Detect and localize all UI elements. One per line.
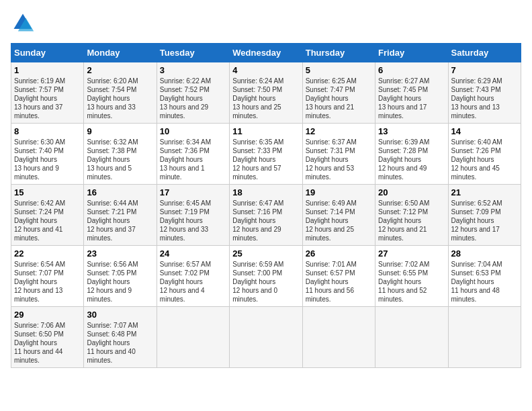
day-number: 7 <box>451 65 518 75</box>
calendar-day-cell <box>157 307 229 368</box>
calendar-week-row: 29Sunrise: 7:06 AMSunset: 6:50 PMDayligh… <box>11 307 521 368</box>
day-number: 12 <box>306 126 372 136</box>
weekday-header: Wednesday <box>230 44 302 62</box>
calendar-day-cell: 30Sunrise: 7:07 AMSunset: 6:48 PMDayligh… <box>84 307 157 368</box>
day-number: 16 <box>87 187 153 197</box>
calendar-day-cell <box>375 307 448 368</box>
day-content: Sunrise: 6:52 AMSunset: 7:09 PMDaylight … <box>451 199 518 242</box>
day-number: 10 <box>160 126 226 136</box>
calendar-day-cell: 11Sunrise: 6:35 AMSunset: 7:33 PMDayligh… <box>230 124 302 185</box>
calendar-day-cell: 22Sunrise: 6:54 AMSunset: 7:07 PMDayligh… <box>11 246 84 307</box>
day-number: 15 <box>14 187 81 197</box>
day-content: Sunrise: 6:24 AMSunset: 7:50 PMDaylight … <box>232 77 299 120</box>
day-content: Sunrise: 6:56 AMSunset: 7:05 PMDaylight … <box>87 260 153 304</box>
day-content: Sunrise: 6:37 AMSunset: 7:31 PMDaylight … <box>306 138 372 181</box>
header-row: SundayMondayTuesdayWednesdayThursdayFrid… <box>11 44 521 62</box>
calendar-header: SundayMondayTuesdayWednesdayThursdayFrid… <box>11 44 521 62</box>
day-content: Sunrise: 6:47 AMSunset: 7:16 PMDaylight … <box>232 199 299 242</box>
day-content: Sunrise: 6:49 AMSunset: 7:14 PMDaylight … <box>306 199 372 242</box>
day-number: 3 <box>160 65 226 75</box>
day-content: Sunrise: 6:42 AMSunset: 7:24 PMDaylight … <box>14 199 81 242</box>
calendar-day-cell: 21Sunrise: 6:52 AMSunset: 7:09 PMDayligh… <box>448 185 521 246</box>
calendar-day-cell: 2Sunrise: 6:20 AMSunset: 7:54 PMDaylight… <box>84 62 157 124</box>
calendar-table: SundayMondayTuesdayWednesdayThursdayFrid… <box>11 43 521 368</box>
calendar-day-cell: 8Sunrise: 6:30 AMSunset: 7:40 PMDaylight… <box>11 124 84 185</box>
logo <box>11 11 39 35</box>
day-number: 27 <box>378 248 445 259</box>
day-content: Sunrise: 6:19 AMSunset: 7:57 PMDaylight … <box>14 77 81 120</box>
day-number: 29 <box>14 310 81 320</box>
day-number: 26 <box>306 248 372 259</box>
day-number: 20 <box>378 187 445 197</box>
day-content: Sunrise: 6:35 AMSunset: 7:33 PMDaylight … <box>232 138 299 181</box>
day-number: 30 <box>87 310 153 320</box>
calendar-day-cell <box>230 307 302 368</box>
calendar-day-cell: 10Sunrise: 6:34 AMSunset: 7:36 PMDayligh… <box>157 124 229 185</box>
day-content: Sunrise: 6:22 AMSunset: 7:52 PMDaylight … <box>160 77 226 120</box>
calendar-week-row: 15Sunrise: 6:42 AMSunset: 7:24 PMDayligh… <box>11 185 521 246</box>
calendar-day-cell: 24Sunrise: 6:57 AMSunset: 7:02 PMDayligh… <box>157 246 229 307</box>
calendar-day-cell: 7Sunrise: 6:29 AMSunset: 7:43 PMDaylight… <box>448 62 521 124</box>
page-header <box>11 11 521 35</box>
calendar-day-cell: 29Sunrise: 7:06 AMSunset: 6:50 PMDayligh… <box>11 307 84 368</box>
day-content: Sunrise: 6:54 AMSunset: 7:07 PMDaylight … <box>14 260 81 304</box>
day-number: 13 <box>378 126 445 136</box>
calendar-day-cell: 1Sunrise: 6:19 AMSunset: 7:57 PMDaylight… <box>11 62 84 124</box>
calendar-day-cell: 17Sunrise: 6:45 AMSunset: 7:19 PMDayligh… <box>157 185 229 246</box>
day-content: Sunrise: 6:44 AMSunset: 7:21 PMDaylight … <box>87 199 153 242</box>
calendar-day-cell: 16Sunrise: 6:44 AMSunset: 7:21 PMDayligh… <box>84 185 157 246</box>
calendar-day-cell: 4Sunrise: 6:24 AMSunset: 7:50 PMDaylight… <box>230 62 302 124</box>
calendar-day-cell: 15Sunrise: 6:42 AMSunset: 7:24 PMDayligh… <box>11 185 84 246</box>
day-number: 2 <box>87 65 153 75</box>
weekday-header: Thursday <box>302 44 375 62</box>
weekday-header: Tuesday <box>157 44 229 62</box>
day-number: 14 <box>451 126 518 136</box>
day-content: Sunrise: 7:01 AMSunset: 6:57 PMDaylight … <box>306 260 372 304</box>
calendar-day-cell <box>448 307 521 368</box>
day-content: Sunrise: 6:25 AMSunset: 7:47 PMDaylight … <box>306 77 372 120</box>
day-number: 24 <box>160 248 226 259</box>
day-content: Sunrise: 7:07 AMSunset: 6:48 PMDaylight … <box>87 321 153 365</box>
day-number: 8 <box>14 126 81 136</box>
calendar-day-cell: 28Sunrise: 7:04 AMSunset: 6:53 PMDayligh… <box>448 246 521 307</box>
calendar-day-cell: 9Sunrise: 6:32 AMSunset: 7:38 PMDaylight… <box>84 124 157 185</box>
calendar-week-row: 22Sunrise: 6:54 AMSunset: 7:07 PMDayligh… <box>11 246 521 307</box>
calendar-day-cell: 3Sunrise: 6:22 AMSunset: 7:52 PMDaylight… <box>157 62 229 124</box>
day-content: Sunrise: 6:50 AMSunset: 7:12 PMDaylight … <box>378 199 445 242</box>
day-number: 5 <box>306 65 372 75</box>
weekday-header: Sunday <box>11 44 84 62</box>
day-number: 17 <box>160 187 226 197</box>
calendar-week-row: 1Sunrise: 6:19 AMSunset: 7:57 PMDaylight… <box>11 62 521 124</box>
weekday-header: Friday <box>375 44 448 62</box>
day-content: Sunrise: 6:40 AMSunset: 7:26 PMDaylight … <box>451 138 518 181</box>
day-number: 21 <box>451 187 518 197</box>
day-number: 22 <box>14 248 81 259</box>
calendar-day-cell: 26Sunrise: 7:01 AMSunset: 6:57 PMDayligh… <box>302 246 375 307</box>
day-content: Sunrise: 7:06 AMSunset: 6:50 PMDaylight … <box>14 321 81 365</box>
day-content: Sunrise: 6:59 AMSunset: 7:00 PMDaylight … <box>232 260 299 304</box>
day-number: 28 <box>451 248 518 259</box>
day-content: Sunrise: 6:32 AMSunset: 7:38 PMDaylight … <box>87 138 153 181</box>
calendar-body: 1Sunrise: 6:19 AMSunset: 7:57 PMDaylight… <box>11 62 521 368</box>
calendar-day-cell <box>302 307 375 368</box>
calendar-day-cell: 6Sunrise: 6:27 AMSunset: 7:45 PMDaylight… <box>375 62 448 124</box>
weekday-header: Saturday <box>448 44 521 62</box>
day-content: Sunrise: 6:20 AMSunset: 7:54 PMDaylight … <box>87 77 153 120</box>
day-number: 6 <box>378 65 445 75</box>
calendar-day-cell: 27Sunrise: 7:02 AMSunset: 6:55 PMDayligh… <box>375 246 448 307</box>
logo-icon <box>11 11 35 35</box>
day-content: Sunrise: 6:45 AMSunset: 7:19 PMDaylight … <box>160 199 226 242</box>
day-number: 4 <box>232 65 299 75</box>
calendar-day-cell: 19Sunrise: 6:49 AMSunset: 7:14 PMDayligh… <box>302 185 375 246</box>
day-number: 11 <box>232 126 299 136</box>
day-number: 18 <box>232 187 299 197</box>
calendar-day-cell: 12Sunrise: 6:37 AMSunset: 7:31 PMDayligh… <box>302 124 375 185</box>
calendar-week-row: 8Sunrise: 6:30 AMSunset: 7:40 PMDaylight… <box>11 124 521 185</box>
day-number: 23 <box>87 248 153 259</box>
calendar-day-cell: 18Sunrise: 6:47 AMSunset: 7:16 PMDayligh… <box>230 185 302 246</box>
day-number: 9 <box>87 126 153 136</box>
calendar-day-cell: 13Sunrise: 6:39 AMSunset: 7:28 PMDayligh… <box>375 124 448 185</box>
day-content: Sunrise: 7:02 AMSunset: 6:55 PMDaylight … <box>378 260 445 304</box>
calendar-day-cell: 25Sunrise: 6:59 AMSunset: 7:00 PMDayligh… <box>230 246 302 307</box>
calendar-day-cell: 5Sunrise: 6:25 AMSunset: 7:47 PMDaylight… <box>302 62 375 124</box>
